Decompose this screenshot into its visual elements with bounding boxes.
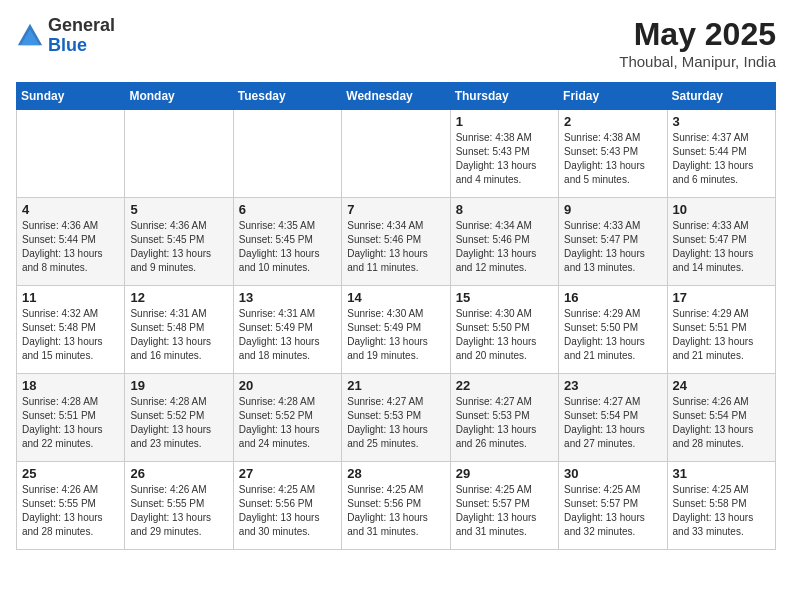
week-row-5: 25Sunrise: 4:26 AM Sunset: 5:55 PM Dayli… bbox=[17, 462, 776, 550]
calendar-cell: 20Sunrise: 4:28 AM Sunset: 5:52 PM Dayli… bbox=[233, 374, 341, 462]
logo-general: General bbox=[48, 15, 115, 35]
day-number: 22 bbox=[456, 378, 553, 393]
day-info: Sunrise: 4:29 AM Sunset: 5:51 PM Dayligh… bbox=[673, 307, 770, 363]
calendar-cell: 28Sunrise: 4:25 AM Sunset: 5:56 PM Dayli… bbox=[342, 462, 450, 550]
calendar-cell: 24Sunrise: 4:26 AM Sunset: 5:54 PM Dayli… bbox=[667, 374, 775, 462]
day-number: 11 bbox=[22, 290, 119, 305]
calendar-cell: 13Sunrise: 4:31 AM Sunset: 5:49 PM Dayli… bbox=[233, 286, 341, 374]
day-info: Sunrise: 4:28 AM Sunset: 5:52 PM Dayligh… bbox=[130, 395, 227, 451]
day-number: 29 bbox=[456, 466, 553, 481]
day-info: Sunrise: 4:26 AM Sunset: 5:54 PM Dayligh… bbox=[673, 395, 770, 451]
calendar-cell: 15Sunrise: 4:30 AM Sunset: 5:50 PM Dayli… bbox=[450, 286, 558, 374]
day-info: Sunrise: 4:31 AM Sunset: 5:48 PM Dayligh… bbox=[130, 307, 227, 363]
week-row-3: 11Sunrise: 4:32 AM Sunset: 5:48 PM Dayli… bbox=[17, 286, 776, 374]
weekday-header-wednesday: Wednesday bbox=[342, 83, 450, 110]
day-info: Sunrise: 4:38 AM Sunset: 5:43 PM Dayligh… bbox=[456, 131, 553, 187]
calendar-cell: 14Sunrise: 4:30 AM Sunset: 5:49 PM Dayli… bbox=[342, 286, 450, 374]
day-number: 20 bbox=[239, 378, 336, 393]
calendar-table: SundayMondayTuesdayWednesdayThursdayFrid… bbox=[16, 82, 776, 550]
calendar-cell: 17Sunrise: 4:29 AM Sunset: 5:51 PM Dayli… bbox=[667, 286, 775, 374]
day-info: Sunrise: 4:30 AM Sunset: 5:49 PM Dayligh… bbox=[347, 307, 444, 363]
weekday-header-thursday: Thursday bbox=[450, 83, 558, 110]
weekday-header-sunday: Sunday bbox=[17, 83, 125, 110]
day-info: Sunrise: 4:36 AM Sunset: 5:44 PM Dayligh… bbox=[22, 219, 119, 275]
day-info: Sunrise: 4:37 AM Sunset: 5:44 PM Dayligh… bbox=[673, 131, 770, 187]
day-number: 10 bbox=[673, 202, 770, 217]
day-info: Sunrise: 4:35 AM Sunset: 5:45 PM Dayligh… bbox=[239, 219, 336, 275]
calendar-cell: 26Sunrise: 4:26 AM Sunset: 5:55 PM Dayli… bbox=[125, 462, 233, 550]
day-number: 17 bbox=[673, 290, 770, 305]
calendar-cell: 25Sunrise: 4:26 AM Sunset: 5:55 PM Dayli… bbox=[17, 462, 125, 550]
day-number: 21 bbox=[347, 378, 444, 393]
day-info: Sunrise: 4:29 AM Sunset: 5:50 PM Dayligh… bbox=[564, 307, 661, 363]
calendar-cell: 7Sunrise: 4:34 AM Sunset: 5:46 PM Daylig… bbox=[342, 198, 450, 286]
calendar-cell: 10Sunrise: 4:33 AM Sunset: 5:47 PM Dayli… bbox=[667, 198, 775, 286]
calendar-cell: 6Sunrise: 4:35 AM Sunset: 5:45 PM Daylig… bbox=[233, 198, 341, 286]
calendar-cell: 30Sunrise: 4:25 AM Sunset: 5:57 PM Dayli… bbox=[559, 462, 667, 550]
logo-icon bbox=[16, 22, 44, 50]
day-info: Sunrise: 4:34 AM Sunset: 5:46 PM Dayligh… bbox=[347, 219, 444, 275]
calendar-cell: 16Sunrise: 4:29 AM Sunset: 5:50 PM Dayli… bbox=[559, 286, 667, 374]
day-info: Sunrise: 4:26 AM Sunset: 5:55 PM Dayligh… bbox=[22, 483, 119, 539]
day-number: 27 bbox=[239, 466, 336, 481]
day-info: Sunrise: 4:27 AM Sunset: 5:54 PM Dayligh… bbox=[564, 395, 661, 451]
logo-text: General Blue bbox=[48, 16, 115, 56]
day-info: Sunrise: 4:25 AM Sunset: 5:58 PM Dayligh… bbox=[673, 483, 770, 539]
day-info: Sunrise: 4:36 AM Sunset: 5:45 PM Dayligh… bbox=[130, 219, 227, 275]
week-row-4: 18Sunrise: 4:28 AM Sunset: 5:51 PM Dayli… bbox=[17, 374, 776, 462]
day-number: 4 bbox=[22, 202, 119, 217]
week-row-2: 4Sunrise: 4:36 AM Sunset: 5:44 PM Daylig… bbox=[17, 198, 776, 286]
calendar-cell: 4Sunrise: 4:36 AM Sunset: 5:44 PM Daylig… bbox=[17, 198, 125, 286]
day-info: Sunrise: 4:27 AM Sunset: 5:53 PM Dayligh… bbox=[347, 395, 444, 451]
day-number: 9 bbox=[564, 202, 661, 217]
calendar-cell: 2Sunrise: 4:38 AM Sunset: 5:43 PM Daylig… bbox=[559, 110, 667, 198]
calendar-cell: 8Sunrise: 4:34 AM Sunset: 5:46 PM Daylig… bbox=[450, 198, 558, 286]
day-number: 6 bbox=[239, 202, 336, 217]
day-info: Sunrise: 4:32 AM Sunset: 5:48 PM Dayligh… bbox=[22, 307, 119, 363]
calendar-cell: 31Sunrise: 4:25 AM Sunset: 5:58 PM Dayli… bbox=[667, 462, 775, 550]
day-info: Sunrise: 4:30 AM Sunset: 5:50 PM Dayligh… bbox=[456, 307, 553, 363]
day-number: 25 bbox=[22, 466, 119, 481]
day-info: Sunrise: 4:28 AM Sunset: 5:52 PM Dayligh… bbox=[239, 395, 336, 451]
day-number: 2 bbox=[564, 114, 661, 129]
day-number: 7 bbox=[347, 202, 444, 217]
page-header: General Blue May 2025 Thoubal, Manipur, … bbox=[16, 16, 776, 70]
day-info: Sunrise: 4:33 AM Sunset: 5:47 PM Dayligh… bbox=[564, 219, 661, 275]
calendar-cell: 23Sunrise: 4:27 AM Sunset: 5:54 PM Dayli… bbox=[559, 374, 667, 462]
logo-blue: Blue bbox=[48, 35, 87, 55]
day-info: Sunrise: 4:25 AM Sunset: 5:57 PM Dayligh… bbox=[564, 483, 661, 539]
day-info: Sunrise: 4:33 AM Sunset: 5:47 PM Dayligh… bbox=[673, 219, 770, 275]
weekday-header-friday: Friday bbox=[559, 83, 667, 110]
calendar-cell: 1Sunrise: 4:38 AM Sunset: 5:43 PM Daylig… bbox=[450, 110, 558, 198]
day-number: 13 bbox=[239, 290, 336, 305]
day-info: Sunrise: 4:38 AM Sunset: 5:43 PM Dayligh… bbox=[564, 131, 661, 187]
day-info: Sunrise: 4:25 AM Sunset: 5:57 PM Dayligh… bbox=[456, 483, 553, 539]
day-number: 26 bbox=[130, 466, 227, 481]
day-info: Sunrise: 4:31 AM Sunset: 5:49 PM Dayligh… bbox=[239, 307, 336, 363]
day-number: 16 bbox=[564, 290, 661, 305]
month-year: May 2025 bbox=[619, 16, 776, 53]
calendar-cell: 3Sunrise: 4:37 AM Sunset: 5:44 PM Daylig… bbox=[667, 110, 775, 198]
calendar-cell bbox=[342, 110, 450, 198]
week-row-1: 1Sunrise: 4:38 AM Sunset: 5:43 PM Daylig… bbox=[17, 110, 776, 198]
day-number: 5 bbox=[130, 202, 227, 217]
day-number: 19 bbox=[130, 378, 227, 393]
calendar-cell: 29Sunrise: 4:25 AM Sunset: 5:57 PM Dayli… bbox=[450, 462, 558, 550]
day-number: 12 bbox=[130, 290, 227, 305]
weekday-header-saturday: Saturday bbox=[667, 83, 775, 110]
day-number: 1 bbox=[456, 114, 553, 129]
day-number: 8 bbox=[456, 202, 553, 217]
day-info: Sunrise: 4:25 AM Sunset: 5:56 PM Dayligh… bbox=[347, 483, 444, 539]
day-number: 23 bbox=[564, 378, 661, 393]
calendar-cell: 21Sunrise: 4:27 AM Sunset: 5:53 PM Dayli… bbox=[342, 374, 450, 462]
day-number: 31 bbox=[673, 466, 770, 481]
title-block: May 2025 Thoubal, Manipur, India bbox=[619, 16, 776, 70]
calendar-cell bbox=[233, 110, 341, 198]
day-number: 24 bbox=[673, 378, 770, 393]
calendar-cell bbox=[125, 110, 233, 198]
day-info: Sunrise: 4:26 AM Sunset: 5:55 PM Dayligh… bbox=[130, 483, 227, 539]
calendar-cell bbox=[17, 110, 125, 198]
calendar-cell: 18Sunrise: 4:28 AM Sunset: 5:51 PM Dayli… bbox=[17, 374, 125, 462]
day-number: 15 bbox=[456, 290, 553, 305]
weekday-header-row: SundayMondayTuesdayWednesdayThursdayFrid… bbox=[17, 83, 776, 110]
